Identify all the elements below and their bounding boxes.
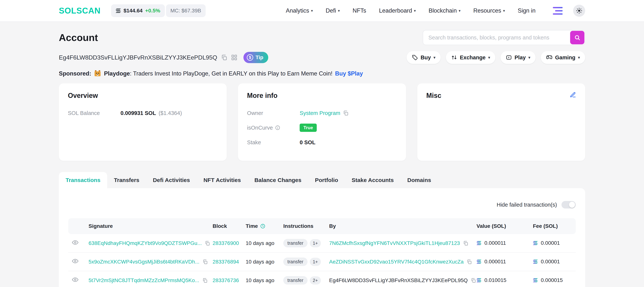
- sol-price-change: +0.5%: [145, 8, 160, 14]
- chevron-down-icon: ▾: [578, 56, 580, 59]
- nav-resources[interactable]: Resources▾: [473, 7, 505, 14]
- exchange-button[interactable]: Exchange ▾: [446, 51, 495, 64]
- eye-icon[interactable]: [72, 258, 78, 264]
- chevron-down-icon: ▾: [434, 56, 435, 59]
- table-header-row: Signature Block Time Instructions By Val…: [68, 218, 576, 234]
- menu-icon[interactable]: [553, 7, 562, 15]
- sol-price-widget[interactable]: $144.64 +0.5% MC: $67.39B: [111, 4, 206, 17]
- misc-title: Misc: [426, 92, 576, 100]
- swap-arrows-icon: [451, 54, 457, 60]
- sol-balance-value: 0.009931 SOL: [120, 110, 156, 116]
- tab-domains[interactable]: Domains: [400, 172, 438, 188]
- copy-icon[interactable]: [205, 241, 210, 246]
- copy-icon[interactable]: [202, 278, 208, 283]
- time-cell: 10 days ago: [242, 234, 280, 253]
- owner-link[interactable]: System Program: [300, 110, 340, 116]
- hide-failed-label: Hide failed transaction(s): [497, 202, 557, 208]
- dollar-icon: $: [247, 54, 253, 61]
- play-icon: [506, 54, 512, 60]
- search-input[interactable]: [423, 30, 585, 45]
- value-column-header: Value (SOL): [473, 218, 529, 234]
- sol-balance-usd: ($1.4364): [159, 110, 182, 116]
- is-on-curve-badge: True: [300, 124, 317, 132]
- eye-icon[interactable]: [72, 239, 78, 246]
- info-icon[interactable]: [275, 125, 280, 130]
- owner-label: Owner: [247, 110, 300, 116]
- value-amount: 0.000011: [484, 259, 506, 265]
- copy-icon[interactable]: [343, 110, 348, 116]
- sponsored-cta-link[interactable]: Buy $Play: [335, 70, 363, 77]
- block-link[interactable]: 283376736: [212, 278, 239, 283]
- tab-transactions[interactable]: Transactions: [59, 172, 107, 188]
- tab-portfolio[interactable]: Portfolio: [308, 172, 345, 188]
- tab-transfers[interactable]: Transfers: [107, 172, 146, 188]
- more-info-card: More info Owner System Program isOnCurve: [238, 83, 406, 161]
- sponsored-banner: Sponsored: Playdoge: Traders Invest Into…: [59, 70, 585, 77]
- account-tabs: Transactions Transfers Defi Activities N…: [59, 172, 585, 188]
- solana-icon: [116, 8, 121, 13]
- signature-link[interactable]: 638EqNdhayFHQmqKZYbt9Vo9QDZTSWPGu...: [88, 240, 202, 246]
- solana-icon: [476, 241, 482, 245]
- table-row: 5t7Vr2mSjtNC8JTTqdmMZzZcMPrmsMQ5Ko... 28…: [68, 271, 576, 287]
- nav-blockchain[interactable]: Blockchain▾: [428, 7, 460, 14]
- overview-card: Overview SOL Balance 0.009931 SOL ($1.43…: [59, 83, 227, 161]
- signature-link[interactable]: 5x9oZmcXKCWP4vsGgsMjJiBs6t4btRKaVDh...: [88, 259, 200, 265]
- search-icon: [574, 34, 581, 41]
- sponsored-prefix: Sponsored:: [59, 70, 91, 77]
- signature-link[interactable]: 5t7Vr2mSjtNC8JTTqdmMZzZcMPrmsMQ5Ko...: [88, 278, 199, 284]
- stake-value: 0 SOL: [300, 139, 316, 146]
- instructions-column-header: Instructions: [280, 218, 326, 234]
- time-cell: 10 days ago: [242, 253, 280, 271]
- nav-analytics[interactable]: Analytics▾: [286, 7, 313, 14]
- instruction-badge: transfer: [283, 276, 308, 285]
- buy-button[interactable]: Buy ▾: [406, 51, 440, 64]
- eye-icon[interactable]: [72, 277, 78, 283]
- sign-in-button[interactable]: Sign in: [518, 7, 536, 14]
- transactions-panel: Hide failed transaction(s) Signature Blo…: [59, 188, 585, 287]
- tab-balance-changes[interactable]: Balance Changes: [248, 172, 308, 188]
- main-nav: Analytics▾ Defi▾ NFTs Leaderboard▾ Block…: [286, 7, 536, 14]
- search-button[interactable]: [570, 31, 584, 44]
- value-amount: 0.010015: [484, 277, 506, 283]
- copy-icon[interactable]: [471, 278, 476, 283]
- theme-toggle-button[interactable]: [573, 5, 585, 17]
- solscan-logo[interactable]: SOLSCAN: [59, 6, 100, 15]
- solana-icon: [476, 260, 482, 264]
- sponsored-message: : Traders Invest Into PlayDoge, Get in E…: [130, 70, 332, 77]
- instruction-badge: transfer: [283, 258, 308, 266]
- copy-icon[interactable]: [221, 54, 227, 61]
- tip-button[interactable]: $ Tip: [244, 52, 268, 63]
- more-info-title: More info: [247, 92, 397, 100]
- copy-icon[interactable]: [202, 259, 208, 265]
- nav-nfts[interactable]: NFTs: [353, 7, 366, 14]
- signature-column-header: Signature: [85, 218, 209, 234]
- solana-icon: [476, 278, 482, 282]
- tab-stake-accounts[interactable]: Stake Accounts: [345, 172, 400, 188]
- nav-defi[interactable]: Defi▾: [326, 7, 340, 14]
- hide-failed-toggle[interactable]: [562, 201, 576, 209]
- nav-leaderboard[interactable]: Leaderboard▾: [379, 7, 416, 14]
- search-bar: [423, 30, 585, 45]
- chevron-down-icon: ▾: [414, 9, 416, 12]
- tag-icon: [412, 54, 418, 60]
- tab-defi-activities[interactable]: Defi Activities: [146, 172, 196, 188]
- preview-column-header: [68, 218, 85, 234]
- block-link[interactable]: 283376894: [212, 259, 239, 265]
- by-column-header: By: [326, 218, 473, 234]
- tab-nft-activities[interactable]: NFT Activities: [196, 172, 248, 188]
- gamepad-icon: [546, 54, 552, 61]
- qr-code-icon[interactable]: [231, 54, 238, 61]
- by-address-link[interactable]: AeZDiNSSTvGxxD92vao15YRV7f4c4Q1GfcKnwezX…: [329, 259, 464, 265]
- gaming-button[interactable]: Gaming ▾: [541, 51, 585, 64]
- time-cell: 10 days ago: [242, 271, 280, 287]
- play-button[interactable]: Play ▾: [500, 51, 536, 64]
- edit-pencil-icon[interactable]: [570, 92, 576, 98]
- clock-icon[interactable]: [260, 224, 266, 229]
- copy-icon[interactable]: [463, 241, 468, 246]
- top-navbar: SOLSCAN $144.64 +0.5% MC: $67.39B Analyt…: [0, 0, 644, 22]
- by-address-link[interactable]: 7N6ZMcfhSxsgfNgYFN6TvVNXXTPsjGkiTL1Hjeu8…: [329, 240, 460, 246]
- chevron-down-icon: ▾: [311, 9, 313, 12]
- copy-icon[interactable]: [466, 259, 472, 265]
- block-link[interactable]: 283376900: [212, 240, 239, 246]
- value-amount: 0.000011: [484, 240, 506, 246]
